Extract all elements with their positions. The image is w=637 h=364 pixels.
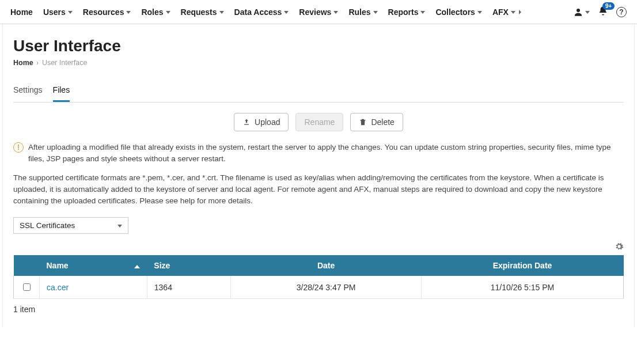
file-size: 1364: [147, 276, 230, 299]
nav-item-data-access[interactable]: Data Access: [234, 7, 289, 17]
notification-badge: 9+: [602, 2, 615, 10]
nav-item-users[interactable]: Users: [43, 7, 73, 17]
file-expiration: 11/10/26 5:15 PM: [422, 276, 624, 299]
caret-down-icon: [166, 11, 170, 14]
caret-down-icon: [373, 11, 378, 14]
nav-item-resources[interactable]: Resources: [83, 7, 131, 17]
caret-down-icon: [68, 11, 73, 14]
nav-item-rules[interactable]: Rules: [348, 7, 377, 17]
delete-button[interactable]: Delete: [350, 113, 403, 131]
trash-icon: [359, 118, 367, 126]
caret-down-icon: [511, 11, 515, 14]
file-link[interactable]: ca.cer: [47, 283, 69, 292]
tabs: Settings Files: [13, 82, 624, 103]
nav-item-roles[interactable]: Roles: [141, 7, 170, 17]
col-date[interactable]: Date: [231, 255, 422, 276]
nav-item-requests[interactable]: Requests: [181, 7, 224, 17]
item-count: 1 item: [13, 305, 624, 314]
warning-icon: !: [13, 142, 24, 153]
page-title: User Interface: [13, 37, 624, 55]
breadcrumb-home[interactable]: Home: [13, 59, 33, 67]
caret-down-icon: [117, 225, 122, 227]
caret-down-icon: [420, 11, 425, 14]
caret-down-icon: [284, 11, 289, 14]
col-checkbox: [14, 255, 40, 276]
file-date: 3/28/24 3:47 PM: [231, 276, 422, 299]
file-type-select[interactable]: SSL Certificates: [13, 217, 128, 234]
caret-down-icon: [477, 11, 482, 14]
upload-button[interactable]: Upload: [234, 113, 289, 131]
caret-down-icon: [126, 11, 131, 14]
caret-down-icon: [585, 11, 590, 14]
user-icon: [573, 7, 583, 17]
help-icon[interactable]: ?: [616, 7, 627, 17]
col-expiration[interactable]: Expiration Date: [422, 255, 624, 276]
col-size[interactable]: Size: [147, 255, 230, 276]
tab-settings[interactable]: Settings: [13, 82, 43, 102]
upload-icon: [242, 118, 251, 126]
user-menu[interactable]: [573, 7, 590, 17]
col-name[interactable]: Name: [40, 255, 147, 276]
top-navigation: HomeUsersResourcesRolesRequestsData Acce…: [0, 0, 637, 24]
cert-info-text: The supported certificate formats are *.…: [13, 172, 624, 207]
warning-text: After uploading a modified file that alr…: [28, 142, 624, 165]
caret-down-icon: [219, 11, 224, 14]
table-row: ca.cer13643/28/24 3:47 PM11/10/26 5:15 P…: [14, 276, 624, 299]
sort-asc-icon: [134, 265, 140, 268]
breadcrumb-current: User Interface: [42, 59, 88, 67]
row-checkbox[interactable]: [23, 283, 31, 291]
svg-point-0: [577, 9, 580, 12]
caret-down-icon: [333, 11, 338, 14]
nav-item-reports[interactable]: Reports: [388, 7, 426, 17]
chevron-right-icon: ›: [37, 59, 39, 67]
nav-item-home[interactable]: Home: [10, 7, 33, 17]
notifications-button[interactable]: 9+: [598, 6, 608, 18]
nav-item-reviews[interactable]: Reviews: [299, 7, 338, 17]
chevron-right-icon: [519, 10, 521, 14]
nav-item-afx[interactable]: AFX: [492, 7, 521, 17]
tab-files[interactable]: Files: [53, 82, 70, 102]
files-table: Name Size Date Expiration Date ca.cer136…: [13, 255, 624, 299]
gear-icon[interactable]: [615, 242, 624, 253]
rename-button: Rename: [295, 113, 343, 131]
breadcrumb: Home › User Interface: [13, 59, 624, 67]
nav-item-collectors[interactable]: Collectors: [435, 7, 481, 17]
